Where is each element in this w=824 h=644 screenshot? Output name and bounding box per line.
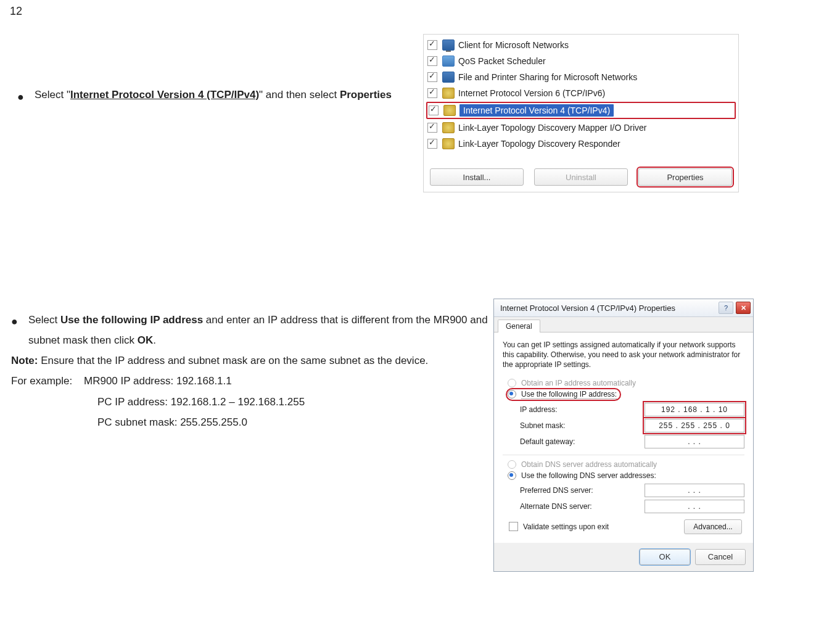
radio-icon[interactable]: [508, 390, 516, 398]
s2-pre: Select: [28, 314, 60, 326]
radio-label: Use the following DNS server addresses:: [521, 471, 656, 480]
network-item[interactable]: Link-Layer Topology Discovery Mapper I/O…: [427, 120, 735, 136]
network-item-label: Client for Microsoft Networks: [458, 40, 569, 50]
example-line: For example: MR900 IP address: 192.168.1…: [11, 371, 492, 391]
protocol-icon: [442, 122, 455, 133]
note-text: Ensure that the IP address and subnet ma…: [38, 355, 428, 366]
radio-icon[interactable]: [508, 471, 516, 480]
dialog-title: Internet Protocol Version 4 (TCP/IPv4) P…: [500, 303, 675, 313]
network-item-label: Internet Protocol Version 6 (TCP/IPv6): [458, 88, 605, 98]
section2-instruction-body: Select Use the following IP address and …: [28, 310, 492, 350]
client-icon: [442, 39, 455, 51]
alternate-dns-field[interactable]: . . .: [645, 500, 744, 513]
radio-label: Obtain DNS server address automatically: [521, 460, 657, 469]
share-icon: [442, 72, 455, 83]
checkbox-icon[interactable]: [429, 105, 439, 115]
network-item[interactable]: QoS Packet Scheduler: [427, 53, 735, 69]
protocol-icon: [443, 105, 456, 116]
example-label: For example:: [11, 371, 84, 391]
dialog-body: You can get IP settings assigned automat…: [494, 332, 753, 543]
radio-obtain-dns-auto: Obtain DNS server address automatically: [508, 460, 744, 469]
note-label: Note:: [11, 355, 38, 366]
s2-bold2: OK: [138, 334, 154, 346]
ok-button[interactable]: OK: [640, 549, 690, 565]
dialog-titlebar: Internet Protocol Version 4 (TCP/IPv4) P…: [494, 299, 753, 317]
tab-general[interactable]: General: [498, 320, 540, 332]
network-item-label: Link-Layer Topology Discovery Responder: [458, 139, 620, 149]
uninstall-button: Uninstall: [534, 168, 628, 186]
checkbox-icon[interactable]: [427, 72, 437, 82]
ip-address-group: IP address: 192 . 168 . 1 . 10 Subnet ma…: [520, 403, 744, 448]
radio-icon[interactable]: [508, 379, 516, 387]
network-items-list: Client for Microsoft Networks QoS Packet…: [424, 35, 738, 157]
checkbox-icon[interactable]: [427, 139, 437, 149]
bullet-icon: ●: [17, 85, 35, 107]
note-line: Note: Ensure that the IP address and sub…: [11, 350, 492, 371]
network-item-label: Internet Protocol Version 4 (TCP/IPv4): [459, 104, 614, 117]
example-val-1: MR900 IP address: 192.168.1.1: [84, 371, 232, 391]
validate-row: Validate settings upon exit Advanced...: [509, 519, 742, 534]
radio-use-following-ip[interactable]: Use the following IP address:: [508, 390, 619, 399]
protocol-icon: [442, 138, 455, 149]
separator: [503, 455, 744, 455]
network-item-label: File and Printer Sharing for Microsoft N…: [458, 72, 637, 82]
s1-pre: Select ": [35, 89, 70, 101]
install-button[interactable]: Install...: [430, 168, 524, 186]
ip-address-field[interactable]: 192 . 168 . 1 . 10: [645, 403, 744, 416]
ip-address-label: IP address:: [520, 405, 557, 414]
dialog-tabs: General: [494, 317, 753, 332]
checkbox-icon[interactable]: [427, 123, 437, 133]
panel1-button-row: Install... Uninstall Properties: [424, 157, 738, 192]
cancel-button[interactable]: Cancel: [695, 549, 746, 565]
dialog-description: You can get IP settings assigned automat…: [503, 340, 744, 370]
page-number: 12: [10, 5, 22, 18]
default-gateway-label: Default gateway:: [520, 437, 575, 446]
dialog-footer: OK Cancel: [494, 543, 753, 571]
radio-icon: [508, 460, 516, 469]
default-gateway-field[interactable]: . . .: [645, 435, 744, 448]
subnet-mask-label: Subnet mask:: [520, 421, 565, 430]
properties-button[interactable]: Properties: [638, 168, 732, 186]
dns-group: Preferred DNS server: . . . Alternate DN…: [520, 484, 744, 513]
section1-instruction-body: Select "Internet Protocol Version 4 (TCP…: [35, 85, 412, 107]
protocol-icon: [442, 88, 455, 99]
s2-bold1: Use the following IP address: [60, 314, 203, 326]
validate-label: Validate settings upon exit: [523, 522, 609, 531]
s1-bold: Internet Protocol Version 4 (TCP/IPv4): [70, 89, 259, 101]
network-item[interactable]: File and Printer Sharing for Microsoft N…: [427, 69, 735, 85]
preferred-dns-field[interactable]: . . .: [645, 484, 744, 497]
checkbox-icon[interactable]: [427, 40, 437, 50]
section1-instruction: ● Select "Internet Protocol Version 4 (T…: [17, 85, 412, 107]
s2-end: .: [153, 334, 156, 346]
network-item[interactable]: Internet Protocol Version 6 (TCP/IPv6): [427, 85, 735, 101]
close-icon[interactable]: ✕: [736, 302, 751, 314]
alternate-dns-label: Alternate DNS server:: [520, 502, 592, 511]
radio-label: Use the following IP address:: [521, 390, 617, 399]
network-items-panel: Client for Microsoft Networks QoS Packet…: [423, 34, 739, 192]
subnet-mask-field[interactable]: 255 . 255 . 255 . 0: [645, 419, 744, 432]
advanced-button[interactable]: Advanced...: [684, 519, 742, 534]
network-item[interactable]: Link-Layer Topology Discovery Responder: [427, 136, 735, 152]
checkbox-icon[interactable]: [427, 56, 437, 66]
section2-instruction: ● Select Use the following IP address an…: [11, 310, 492, 432]
qos-icon: [442, 56, 455, 67]
radio-label: Obtain an IP address automatically: [521, 379, 636, 387]
network-item-label: QoS Packet Scheduler: [458, 56, 546, 66]
network-item-label: Link-Layer Topology Discovery Mapper I/O…: [458, 123, 647, 133]
radio-use-following-dns[interactable]: Use the following DNS server addresses:: [508, 471, 744, 480]
s1-bold2: Properties: [340, 89, 392, 101]
network-item-selected[interactable]: Internet Protocol Version 4 (TCP/IPv4): [426, 102, 736, 119]
example-val-2: PC IP address: 192.168.1.2 – 192.168.1.2…: [97, 392, 492, 412]
validate-checkbox[interactable]: [509, 522, 518, 531]
bullet-icon: ●: [11, 310, 28, 350]
preferred-dns-label: Preferred DNS server:: [520, 486, 593, 495]
s1-mid: " and then select: [259, 89, 340, 101]
checkbox-icon[interactable]: [427, 88, 437, 98]
help-icon[interactable]: ?: [719, 302, 733, 314]
ipv4-properties-dialog: Internet Protocol Version 4 (TCP/IPv4) P…: [493, 299, 754, 572]
example-val-3: PC subnet mask: 255.255.255.0: [97, 412, 492, 432]
network-item[interactable]: Client for Microsoft Networks: [427, 37, 735, 53]
radio-obtain-ip-auto[interactable]: Obtain an IP address automatically: [508, 379, 744, 387]
